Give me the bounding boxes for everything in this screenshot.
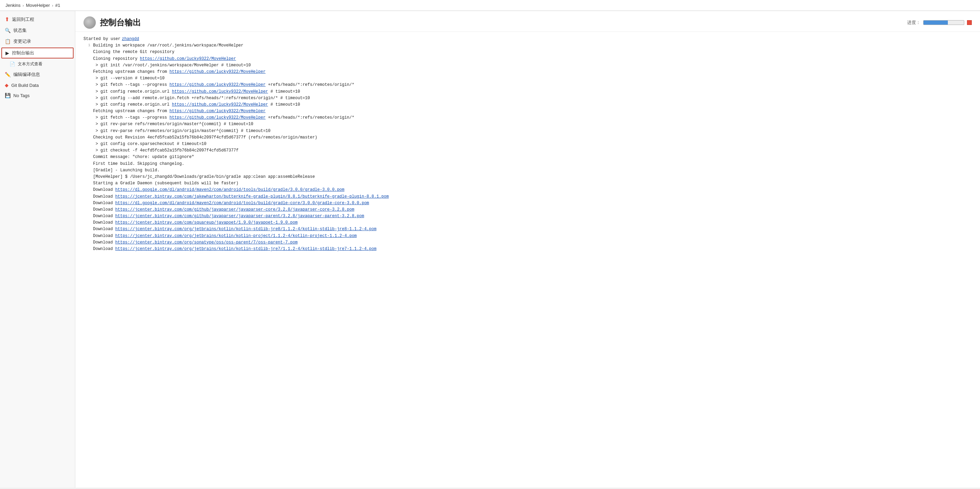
line-content: Checking out Revision 4ecfd5fcab52a15fb7… (93, 134, 972, 141)
console-line: > git config remote.origin.url https://g… (83, 89, 972, 95)
line-content: Building in workspace /var/root/.jenkins… (93, 43, 972, 49)
line-content: > git config remote.origin.url https://g… (93, 89, 972, 95)
download-link-1[interactable]: https://dl.google.com/dl/android/maven2/… (115, 187, 345, 192)
sidebar-label-notags: No Tags (13, 93, 29, 98)
console-line: Download https://dl.google.com/dl/androi… (83, 200, 972, 206)
sidebar-item-changes[interactable]: 📋 变更记录 (0, 36, 75, 47)
terminal-icon: ▶ (5, 50, 9, 56)
console-line: > git rev-parse refs/remotes/origin/mast… (83, 121, 972, 127)
line-number (83, 187, 93, 193)
edit-icon: ✏️ (5, 72, 11, 77)
fetch-link-4[interactable]: https://github.com/lucky9322/MoveHelper (169, 115, 266, 120)
sidebar-label-back: 返回到工程 (12, 16, 34, 22)
line-number (83, 82, 93, 88)
line-number (83, 154, 93, 160)
line-number (83, 89, 93, 95)
user-link[interactable]: zhangdd (122, 36, 139, 43)
progress-label: 进度： (907, 19, 920, 25)
download-link-3[interactable]: https://dl.google.com/dl/android/maven2/… (115, 201, 369, 205)
config-url-link-1[interactable]: https://github.com/lucky9322/MoveHelper (172, 89, 268, 94)
line-number (83, 95, 93, 102)
console-line: Starting a Gradle Daemon (subsequent bui… (83, 180, 972, 187)
line-number (83, 167, 93, 174)
console-line: Fetching upstream changes from https://g… (83, 69, 972, 75)
console-output: Started by user zhangdd 1 Building in wo… (75, 32, 980, 256)
console-line: Download https://dl.google.com/dl/androi… (83, 187, 972, 193)
fetch-link-3[interactable]: https://github.com/lucky9322/MoveHelper (169, 109, 266, 114)
line-content: First time build. Skipping changelog. (93, 161, 972, 167)
up-arrow-icon: ⬆ (5, 16, 9, 22)
download-link-10[interactable]: https://jcenter.bintray.com/org/jetbrain… (115, 246, 376, 251)
download-link-7[interactable]: https://jcenter.bintray.com/org/jetbrain… (115, 227, 376, 232)
line-number (83, 233, 93, 240)
line-content: Download https://dl.google.com/dl/androi… (93, 200, 972, 206)
main-layout: ⬆ 返回到工程 🔍 状态集 📋 变更记录 ▶ 控制台输出 📄 文本方式查看 ✏️… (0, 11, 980, 487)
breadcrumb-movehelper[interactable]: MoveHelper (26, 3, 50, 8)
console-line: [MoveHelper] $ /Users/jc_zhangdd/Downloa… (83, 174, 972, 180)
line-number (83, 206, 93, 213)
line-number (83, 134, 93, 141)
sidebar-label-gitbuild: Git Build Data (11, 83, 39, 88)
line-content: > git --version # timeout=10 (93, 75, 972, 82)
progress-area: 进度： (907, 19, 972, 25)
download-link-2[interactable]: https://jcenter.bintray.com/com/jakewhar… (115, 194, 389, 199)
console-line: Download https://jcenter.bintray.com/org… (83, 226, 972, 233)
list-icon: 📋 (5, 39, 11, 44)
console-line: Cloning the remote Git repository (83, 49, 972, 56)
stop-build-button[interactable] (967, 20, 972, 25)
console-line: Download https://jcenter.bintray.com/com… (83, 194, 972, 200)
download-link-5[interactable]: https://jcenter.bintray.com/com/github/j… (115, 214, 364, 219)
line-number (83, 213, 93, 219)
sidebar-item-status[interactable]: 🔍 状态集 (0, 25, 75, 36)
search-icon: 🔍 (5, 28, 11, 33)
console-line: > git rev-parse refs/remotes/origin/orig… (83, 128, 972, 134)
sidebar-item-textview[interactable]: 📄 文本方式查看 (0, 59, 75, 69)
console-line: > git config --add remote.origin.fetch +… (83, 95, 972, 102)
fetch-link-2[interactable]: https://github.com/lucky9322/MoveHelper (169, 83, 266, 87)
download-link-4[interactable]: https://jcenter.bintray.com/com/github/j… (115, 207, 355, 212)
download-link-8[interactable]: https://jcenter.bintray.com/org/jetbrain… (115, 233, 357, 238)
sidebar-item-editbuild[interactable]: ✏️ 编辑编译信息 (0, 69, 75, 80)
config-url-link-2[interactable]: https://github.com/lucky9322/MoveHelper (172, 102, 268, 107)
console-started-by-line: Started by user zhangdd (83, 36, 972, 43)
fetch-link-1[interactable]: https://github.com/lucky9322/MoveHelper (169, 70, 266, 74)
line-content: Download https://jcenter.bintray.com/org… (93, 233, 972, 240)
download-link-6[interactable]: https://jcenter.bintray.com/com/squareup… (115, 220, 298, 225)
console-line: Download https://jcenter.bintray.com/org… (83, 233, 972, 240)
line-number (83, 219, 93, 226)
line-content: > git fetch --tags --progress https://gi… (93, 114, 972, 121)
started-by-text: Started by user (83, 36, 121, 43)
line-content: Commit message: "chore: update gitignore… (93, 154, 972, 160)
line-number (83, 128, 93, 134)
line-content: Download https://jcenter.bintray.com/com… (93, 213, 972, 219)
line-number (83, 194, 93, 200)
console-line: > git checkout -f 4ecfd5fcab52a15fb76b84… (83, 148, 972, 154)
sidebar-item-gitbuild[interactable]: ◆ Git Build Data (0, 80, 75, 90)
title-icon-circle (83, 16, 96, 29)
line-content: Download https://jcenter.bintray.com/org… (93, 240, 972, 246)
console-line: First time build. Skipping changelog. (83, 161, 972, 167)
sidebar-label-textview: 文本方式查看 (18, 61, 43, 67)
line-number (83, 148, 93, 154)
line-number (83, 56, 93, 62)
console-line: > git config core.sparsecheckout # timeo… (83, 141, 972, 148)
sidebar-label-status: 状态集 (13, 27, 27, 33)
console-line: Commit message: "chore: update gitignore… (83, 154, 972, 160)
clone-repo-link[interactable]: https://github.com/lucky9322/MoveHelper (140, 56, 236, 61)
sidebar: ⬆ 返回到工程 🔍 状态集 📋 变更记录 ▶ 控制台输出 📄 文本方式查看 ✏️… (0, 11, 75, 487)
line-content: Fetching upstream changes from https://g… (93, 108, 972, 114)
line-content: > git rev-parse refs/remotes/origin/orig… (93, 128, 972, 134)
console-line: > git --version # timeout=10 (83, 75, 972, 82)
line-number (83, 240, 93, 246)
breadcrumb-jenkins[interactable]: Jenkins (5, 3, 21, 8)
download-link-9[interactable]: https://jcenter.bintray.com/org/sonatype… (115, 240, 298, 245)
sidebar-item-console[interactable]: ▶ 控制台输出 (2, 48, 73, 59)
line-content: Download https://jcenter.bintray.com/com… (93, 206, 972, 213)
line-number (83, 141, 93, 148)
content-area: 控制台输出 进度： Started by user zhangdd 1 Buil… (75, 11, 980, 487)
sidebar-item-back[interactable]: ⬆ 返回到工程 (0, 14, 75, 25)
line-content: Download https://jcenter.bintray.com/org… (93, 226, 972, 233)
sidebar-item-notags[interactable]: 💾 No Tags (0, 90, 75, 100)
console-line: > git config remote.origin.url https://g… (83, 102, 972, 108)
line-number (83, 69, 93, 75)
